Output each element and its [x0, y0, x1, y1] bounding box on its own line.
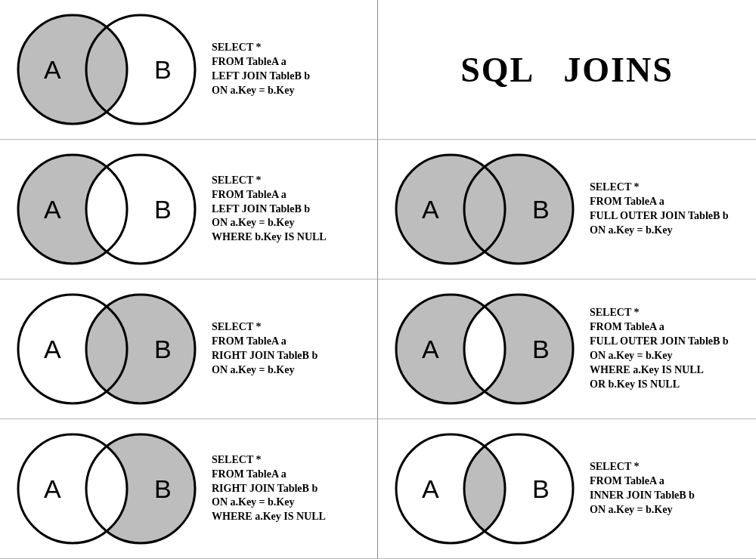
venn-label-a-icon: A	[44, 474, 61, 503]
venn-label-a-icon: A	[44, 195, 61, 224]
venn-label-a-icon: A	[422, 474, 439, 503]
venn-label-b-icon: B	[532, 335, 550, 363]
sql-inner-join: SELECT * FROM TableA a INNER JOIN TableB…	[587, 460, 751, 517]
cell-left-excl: AB SELECT * FROM TableA a LEFT JOIN Tabl…	[0, 140, 378, 280]
venn-label-b-icon: B	[154, 474, 172, 503]
cell-right-join: AB SELECT * FROM TableA a RIGHT JOIN Tab…	[0, 280, 378, 419]
sql-full-outer-excl: SELECT * FROM TableA a FULL OUTER JOIN T…	[587, 306, 751, 391]
cell-full-outer: AB SELECT * FROM TableA a FULL OUTER JOI…	[378, 140, 756, 280]
venn-label-a-icon: A	[44, 335, 61, 363]
venn-label-a-icon: A	[422, 335, 439, 363]
venn-left-excl: AB	[5, 145, 209, 273]
venn-label-b-icon: B	[154, 195, 172, 224]
venn-inner-join: AB	[383, 425, 587, 553]
title-cell: SQL JOINS	[378, 0, 756, 140]
venn-full-outer: AB	[383, 145, 587, 273]
venn-label-b-icon: B	[154, 335, 172, 363]
page-title: SQL JOINS	[460, 50, 674, 90]
cell-full-outer-excl: AB SELECT * FROM TableA a FULL OUTER JOI…	[378, 280, 756, 419]
venn-label-a-icon: A	[422, 195, 439, 224]
venn-label-b-icon: B	[532, 195, 550, 224]
venn-right-join: AB	[5, 285, 209, 413]
sql-full-outer: SELECT * FROM TableA a FULL OUTER JOIN T…	[587, 181, 751, 238]
sql-right-excl: SELECT * FROM TableA a RIGHT JOIN TableB…	[209, 453, 373, 524]
cell-right-excl: AB SELECT * FROM TableA a RIGHT JOIN Tab…	[0, 419, 378, 559]
joins-grid: AB SELECT * FROM TableA a LEFT JOIN Tabl…	[0, 0, 756, 559]
venn-left-join: AB	[5, 5, 209, 134]
sql-right-join: SELECT * FROM TableA a RIGHT JOIN TableB…	[209, 320, 373, 378]
venn-label-b-icon: B	[154, 55, 172, 84]
sql-left-excl: SELECT * FROM TableA a LEFT JOIN TableB …	[209, 174, 373, 245]
venn-label-a-icon: A	[44, 55, 61, 84]
venn-full-outer-excl: AB	[383, 285, 587, 413]
venn-right-excl: AB	[5, 425, 209, 553]
cell-left-join: AB SELECT * FROM TableA a LEFT JOIN Tabl…	[0, 0, 378, 140]
sql-left-join: SELECT * FROM TableA a LEFT JOIN TableB …	[209, 41, 373, 98]
venn-label-b-icon: B	[532, 474, 550, 503]
cell-inner-join: AB SELECT * FROM TableA a INNER JOIN Tab…	[378, 419, 756, 559]
